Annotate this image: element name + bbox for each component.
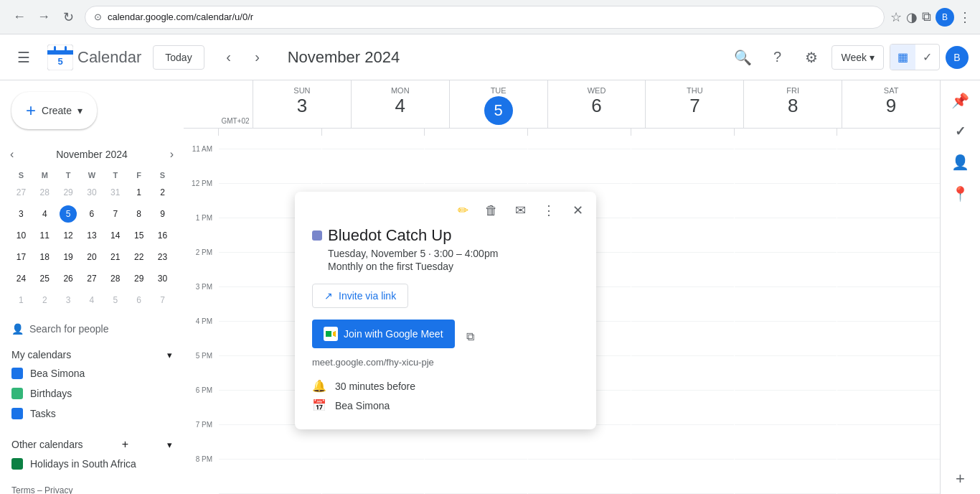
grid-line[interactable] (631, 184, 734, 218)
grid-line[interactable] (837, 218, 940, 253)
mini-cal-day[interactable]: 4 (34, 204, 56, 224)
create-button[interactable]: + Create ▾ (11, 92, 97, 129)
grid-line[interactable] (631, 129, 734, 149)
mini-cal-day[interactable]: 30 (151, 269, 174, 289)
grid-line[interactable] (425, 149, 527, 184)
grid-line[interactable] (631, 460, 734, 494)
grid-line[interactable] (735, 149, 837, 184)
extensions-icon[interactable]: ⧉ (922, 9, 931, 24)
day-number[interactable]: 6 (548, 96, 646, 115)
grid-line[interactable] (837, 253, 940, 287)
today-button[interactable]: Today (153, 45, 204, 70)
mini-cal-day[interactable]: 15 (128, 225, 150, 246)
hamburger-menu[interactable]: ☰ (11, 43, 36, 72)
mini-cal-day[interactable]: 2 (34, 290, 56, 310)
mini-cal-day[interactable]: 5 (104, 290, 126, 310)
grid-line[interactable] (425, 129, 527, 149)
mini-cal-day[interactable]: 7 (151, 290, 174, 310)
mini-cal-day[interactable]: 3 (10, 204, 32, 224)
grid-view-button[interactable]: ▦ (890, 45, 915, 70)
grid-line[interactable] (631, 149, 734, 184)
grid-line[interactable] (735, 218, 837, 253)
grid-line[interactable] (631, 356, 734, 391)
mini-cal-day[interactable]: 4 (81, 290, 103, 310)
grid-line[interactable] (837, 356, 940, 391)
day-number[interactable]: 3 (253, 96, 351, 115)
mini-cal-day[interactable]: 1 (128, 182, 150, 202)
mini-cal-day[interactable]: 6 (81, 204, 103, 224)
other-calendars-header[interactable]: Other calendars + ▾ (0, 435, 184, 454)
grid-line[interactable] (528, 460, 631, 494)
close-popup-button[interactable]: ✕ (565, 197, 590, 223)
calendar-checkbox[interactable] (11, 408, 23, 419)
grid-line[interactable] (219, 425, 321, 460)
join-meet-button[interactable]: Join with Google Meet (312, 320, 455, 348)
mini-cal-day[interactable]: 31 (104, 182, 126, 202)
mini-cal-day[interactable]: 18 (34, 247, 56, 267)
edit-event-button[interactable]: ✏ (450, 197, 476, 223)
grid-line[interactable] (631, 391, 734, 425)
user-avatar[interactable]: B (946, 46, 969, 69)
mini-cal-day[interactable]: 9 (151, 204, 174, 224)
mini-cal-day[interactable]: 19 (57, 247, 80, 267)
mini-cal-day[interactable]: 29 (128, 269, 150, 289)
mini-cal-day[interactable]: 23 (151, 247, 174, 267)
grid-line[interactable] (425, 460, 527, 494)
other-cal-add-icon[interactable]: + (122, 438, 128, 451)
grid-column[interactable] (734, 129, 837, 136)
grid-column[interactable] (218, 129, 321, 136)
settings-icon[interactable]: ⚙ (797, 43, 826, 72)
grid-column[interactable] (527, 129, 631, 136)
contacts-icon[interactable]: 👤 (946, 148, 975, 177)
mini-cal-day[interactable]: 25 (34, 269, 56, 289)
reload-button[interactable]: ↻ (57, 6, 79, 28)
profile-icon[interactable]: ◑ (906, 9, 918, 25)
grid-line[interactable] (322, 129, 425, 149)
grid-line[interactable] (322, 149, 425, 184)
mini-cal-day[interactable]: 16 (151, 225, 174, 246)
mini-cal-day[interactable]: 5 (57, 204, 80, 224)
email-guests-button[interactable]: ✉ (507, 197, 533, 223)
mini-cal-day[interactable]: 6 (128, 290, 150, 310)
delete-event-button[interactable]: 🗑 (479, 197, 504, 223)
mini-cal-day[interactable]: 26 (57, 269, 80, 289)
grid-line[interactable] (837, 460, 940, 494)
back-button[interactable]: ← (9, 6, 30, 28)
grid-line[interactable] (425, 425, 527, 460)
my-calendar-item[interactable]: Tasks (0, 404, 184, 424)
grid-line[interactable] (837, 129, 940, 149)
prev-period-button[interactable]: ‹ (216, 45, 242, 70)
mini-cal-day[interactable]: 8 (128, 204, 150, 224)
mini-cal-day[interactable]: 29 (57, 182, 80, 202)
grid-line[interactable] (528, 149, 631, 184)
grid-line[interactable] (219, 460, 321, 494)
day-number[interactable]: 9 (842, 96, 940, 115)
star-icon[interactable]: ☆ (890, 9, 902, 25)
grid-line[interactable] (837, 149, 940, 184)
mini-cal-day[interactable]: 27 (10, 182, 32, 202)
search-icon[interactable]: 🔍 (728, 43, 757, 72)
grid-column[interactable] (837, 129, 940, 136)
grid-line[interactable] (735, 425, 837, 460)
mini-cal-day[interactable]: 30 (81, 182, 103, 202)
more-options-button[interactable]: ⋮ (536, 197, 562, 223)
mini-cal-day[interactable]: 17 (10, 247, 32, 267)
grid-line[interactable] (631, 287, 734, 322)
grid-line[interactable] (631, 253, 734, 287)
mini-cal-day[interactable]: 2 (151, 182, 174, 202)
my-calendars-header[interactable]: My calendars ▾ (0, 346, 184, 363)
grid-line[interactable] (631, 218, 734, 253)
forward-button[interactable]: → (33, 6, 55, 28)
mini-cal-day[interactable]: 21 (104, 247, 126, 267)
privacy-link[interactable]: Privacy (44, 485, 72, 494)
help-icon[interactable]: ? (763, 43, 791, 72)
grid-line[interactable] (837, 287, 940, 322)
grid-line[interactable] (322, 460, 425, 494)
mini-cal-day[interactable]: 3 (57, 290, 80, 310)
mini-cal-day[interactable]: 13 (81, 225, 103, 246)
mini-cal-day[interactable]: 27 (81, 269, 103, 289)
view-selector[interactable]: Week ▾ (831, 45, 884, 70)
other-calendar-item[interactable]: Holidays in South Africa (0, 454, 184, 474)
search-people[interactable]: 👤 Search for people (0, 317, 184, 340)
invite-via-link-button[interactable]: ↗ Invite via link (312, 284, 408, 308)
